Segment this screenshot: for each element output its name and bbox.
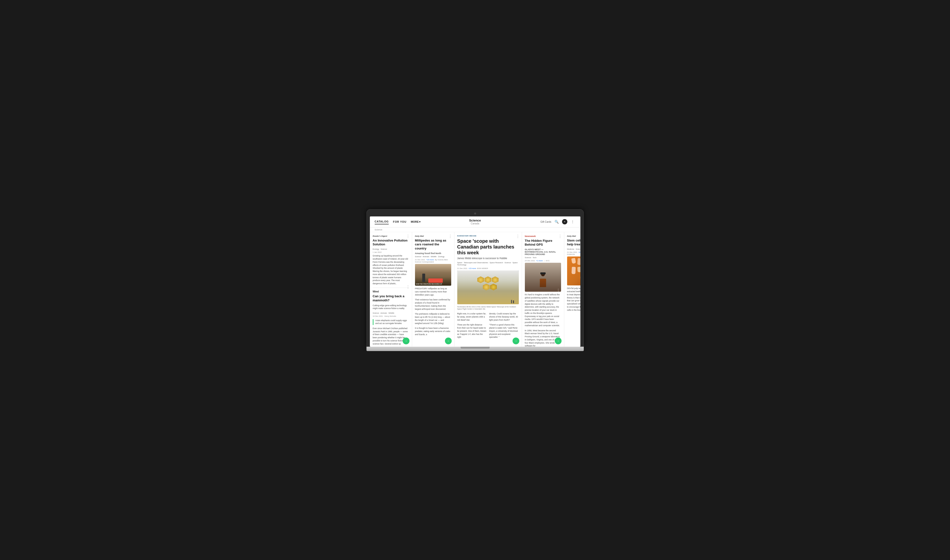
laptop-screen: CATALOG FOR YOU MORE ▾ Science Canada Gi…	[370, 217, 580, 347]
more-tags-2[interactable]: +15 more	[426, 258, 434, 261]
card-column-1: ⋮ Reader's Digest An Innovative Pollutio…	[370, 232, 412, 347]
card-headline-1: An Innovative Pollution Solution	[373, 238, 409, 247]
card-more-button-3[interactable]: ⋮	[516, 234, 520, 238]
body-col-right: density. Could oceans lap the shores of …	[489, 312, 519, 341]
card-body-5a: DEnTal pulp taken from the centre of ext…	[567, 287, 580, 311]
card-date-4: 24 Dec 2021 +1 more — M.G.	[525, 260, 561, 262]
source-logo-5: Daily Mail	[567, 235, 580, 237]
card-column-5: ⋮ Daily Mail Stem cells from teeth to he…	[564, 232, 580, 347]
card-body-2a: PREDATORY millipedes as long as cars roa…	[415, 287, 451, 296]
card-date-5: 21 Dec 2021 +8 more By ROGER DOBSON	[567, 251, 580, 255]
source-logo-1: Reader's Digest	[373, 235, 409, 237]
stem-image	[567, 257, 580, 285]
nav-right: Gift Cards 🔍 ✕ ⋮	[540, 219, 575, 225]
cards-container: ⋮ Reader's Digest An Innovative Pollutio…	[370, 232, 580, 347]
card-more-button-2[interactable]: ⋮	[448, 234, 452, 238]
source-logo-4: Newsweek	[525, 235, 561, 237]
more-tags-5[interactable]: +8 more	[578, 251, 580, 253]
card-subheadline-3: James Webb telescope is successor to Hub…	[457, 257, 519, 260]
source-logo-3: HANNOVER MESSE	[457, 235, 519, 237]
tag-ecology: Ecology	[373, 248, 379, 250]
card-subheadline-4: GLADYS WEST — MATHEMATICIAN, U.S. NAVAL …	[525, 248, 561, 255]
screen-bezel: CATALOG FOR YOU MORE ▾ Science Canada Gi…	[367, 209, 584, 347]
card-headline-4: The Hidden Figure Behind GPS	[525, 239, 561, 247]
read-more-mammoth[interactable]: →	[403, 337, 409, 344]
card-subheadline-2: Amazing fossil find North	[415, 252, 451, 255]
more-options-button[interactable]: ⋮	[570, 219, 575, 225]
user-avatar[interactable]: ✕	[562, 219, 568, 225]
card-headline-5: Stem cells from teeth to help treat depr…	[567, 238, 580, 247]
card-tags-4: Science · Tech	[525, 257, 561, 258]
body-columns: Right now, in a solar system far, far aw…	[457, 312, 519, 341]
card-headline-2: Millipedes as long as cars roamed the co…	[415, 238, 451, 251]
laptop-base	[367, 347, 584, 351]
nav-more-label: MORE	[411, 220, 419, 223]
gift-cards-link[interactable]: Gift Cards	[540, 220, 551, 223]
gladys-image: GETTY	[525, 263, 561, 292]
card-date-1: 1 Jan 2022	[373, 251, 409, 253]
card-body-3b: Three are the right distance from their …	[457, 323, 487, 339]
card-date-mammoth: 16 Dec 2021 Henry Nicholls	[373, 315, 409, 317]
card-divider-1	[373, 288, 409, 288]
jwst-caption: Technicians lift the mirror of the James…	[457, 306, 519, 311]
blockquote-mammoth: Asian elephants could supply eggs and ac…	[373, 319, 409, 325]
card-column-4: ⋮ Newsweek The Hidden Figure Behind GPS …	[522, 232, 564, 347]
nav-center: Science Canada	[469, 218, 481, 225]
read-more-4[interactable]: →	[555, 337, 561, 344]
card-meta-mammoth: Science · Animals · Wildlife	[373, 312, 409, 314]
card-body-2d: It is thought to have been a fearsome pr…	[415, 327, 451, 336]
card-body-4a: It's hard to imagine a world without the…	[525, 293, 561, 327]
nav-left: CATALOG FOR YOU MORE ▾	[375, 219, 421, 225]
card-body-3c: density. Could oceans lap the shores of …	[489, 312, 519, 322]
card-more-button-1[interactable]: ⋮	[406, 234, 410, 238]
card-column-3: ⋮ HANNOVER MESSE Space 'scope with Canad…	[454, 232, 522, 347]
nav-more[interactable]: MORE ▾	[411, 220, 421, 223]
card-tags-5: Medicine · Science · Health · Mental Hea…	[567, 248, 580, 250]
body-col-left: Right now, in a solar system far, far aw…	[457, 312, 487, 341]
breadcrumb: Science	[370, 228, 580, 232]
card-body-4b: In 1956, West became the second Black wo…	[525, 329, 561, 347]
card-body-2b: Their existence has been confirmed by an…	[415, 298, 451, 311]
card-more-button-4[interactable]: ⋮	[558, 234, 562, 238]
card-body-2c: The prehistoric millipede is believed to…	[415, 312, 451, 325]
card-body-3a: Right now, in a solar system far, far aw…	[457, 312, 487, 322]
read-more-2[interactable]: →	[445, 337, 452, 344]
card-subtext-mammoth: Cutting-edge gene-editing technology mig…	[373, 304, 409, 310]
more-tags-3[interactable]: +23 more	[468, 267, 476, 269]
app-container: CATALOG FOR YOU MORE ▾ Science Canada Gi…	[370, 217, 580, 347]
source-logo-wired: Wired	[373, 290, 409, 293]
card-meta-1: Ecology · Science	[373, 248, 409, 250]
laptop-container: CATALOG FOR YOU MORE ▾ Science Canada Gi…	[367, 209, 584, 351]
card-headline-3: Space 'scope with Canadian parts launche…	[457, 238, 519, 255]
card-body-1: Growing up kayaking around the southwest…	[373, 254, 409, 285]
read-more-3[interactable]: →	[512, 337, 519, 344]
nav-for-you[interactable]: FOR YOU	[393, 219, 407, 224]
source-logo-2: Daily Mail	[415, 235, 451, 237]
card-body-3d: "There's a good chance this planet is wa…	[489, 323, 519, 339]
card-more-button-1b[interactable]: ⋮	[406, 285, 410, 289]
nav-title: Science	[469, 218, 481, 223]
card-headline-mammoth: Can you bring back a mammoth?	[373, 294, 409, 303]
search-button[interactable]: 🔍	[554, 219, 560, 225]
card-date-3: 21 Dec 2021 +23 more BOB WEBER	[457, 267, 519, 269]
nav-catalog[interactable]: CATALOG	[375, 219, 389, 225]
nav-subtitle: Canada	[469, 222, 481, 225]
breadcrumb-text: Science	[375, 228, 382, 231]
card-tags-2: Science · Animals · Wildlife · Zoology	[415, 255, 451, 258]
laptop-camera	[474, 212, 476, 214]
card-column-2: ⋮ Daily Mail Millipedes as long as cars …	[412, 232, 454, 347]
tag-science: Science	[381, 248, 387, 250]
card-date-2: 21 Dec 2021 +15 more By Victoria Allen S…	[415, 258, 451, 263]
chevron-down-icon: ▾	[419, 220, 421, 223]
card-tags-3: Space · Telescopes and Observatories · S…	[457, 262, 519, 266]
jwst-image	[457, 271, 519, 304]
top-nav: CATALOG FOR YOU MORE ▾ Science Canada Gi…	[370, 217, 580, 228]
more-tags-4[interactable]: +1 more	[536, 260, 543, 262]
millipede-image: HOW THE CREATURE MEASURES UP	[415, 264, 451, 286]
